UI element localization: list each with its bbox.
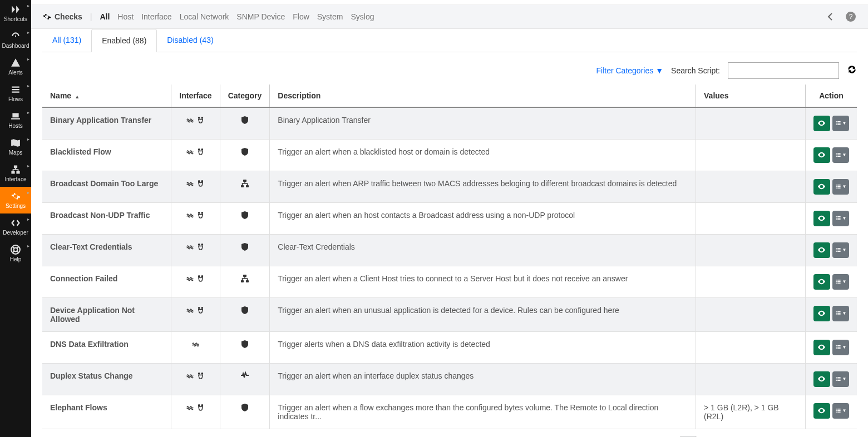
sub-tabs: All (131)Enabled (88)Disabled (43) <box>42 29 857 52</box>
table-row: Blacklisted FlowTrigger an alert when a … <box>42 139 857 171</box>
cell-interface <box>171 363 220 395</box>
filter-label: Filter Categories <box>596 66 654 75</box>
checks-tab-flow[interactable]: Flow <box>293 12 309 21</box>
view-button[interactable] <box>813 371 830 387</box>
shield-icon <box>240 116 249 125</box>
view-button[interactable] <box>813 211 830 226</box>
view-button[interactable] <box>813 116 830 131</box>
cell-name: Device Application Not Allowed <box>42 297 171 331</box>
view-button[interactable] <box>813 403 830 419</box>
shield-icon <box>240 211 249 220</box>
cell-category <box>220 266 270 297</box>
lan-icon <box>186 116 194 124</box>
lan-icon <box>186 371 194 380</box>
sidebar-item-maps[interactable]: ▸Maps <box>0 133 31 160</box>
sidebar: ▸Shortcuts▸Dashboard▸Alerts▸Flows▸Hosts▸… <box>0 0 31 437</box>
caret-down-icon: ▼ <box>842 376 847 381</box>
refresh-button[interactable] <box>847 64 857 76</box>
checks-tab-interface[interactable]: Interface <box>141 12 171 21</box>
cell-action: ▼ <box>805 266 857 297</box>
checks-tab-host[interactable]: Host <box>117 12 134 21</box>
cell-category <box>220 395 270 429</box>
col-name[interactable]: Name▲ <box>42 85 171 107</box>
chevron-right-icon: ▸ <box>27 57 29 62</box>
checks-tab-all[interactable]: All <box>100 12 110 21</box>
caret-down-icon: ▼ <box>842 184 847 189</box>
view-button[interactable] <box>813 306 830 321</box>
sidebar-item-shortcuts[interactable]: ▸Shortcuts <box>0 0 31 27</box>
cell-name: Clear-Text Credentials <box>42 234 171 266</box>
sidebar-item-interface[interactable]: ▸Interface <box>0 160 31 187</box>
sidebar-item-dashboard[interactable]: ▸Dashboard <box>0 27 31 53</box>
cell-name: Broadcast Domain Too Large <box>42 171 171 202</box>
search-label: Search Script: <box>671 66 720 75</box>
action-menu-button[interactable]: ▼ <box>832 403 849 419</box>
sidebar-item-developer[interactable]: ▸Developer <box>0 213 31 240</box>
lan-icon <box>186 306 194 314</box>
view-button[interactable] <box>813 340 830 355</box>
view-button[interactable] <box>813 242 830 258</box>
laptop-icon <box>11 111 21 121</box>
sidebar-item-flows[interactable]: ▸Flows <box>0 80 31 107</box>
col-interface[interactable]: Interface <box>171 85 220 107</box>
action-menu-button[interactable]: ▼ <box>832 340 849 355</box>
checks-tab-local-network[interactable]: Local Network <box>180 12 229 21</box>
sidebar-item-help[interactable]: ▸Help <box>0 240 31 267</box>
checks-title-text: Checks <box>55 12 82 21</box>
col-description[interactable]: Description <box>270 85 696 107</box>
shield-icon <box>240 147 249 156</box>
col-action[interactable]: Action <box>805 85 857 107</box>
cell-category <box>220 139 270 171</box>
cell-description: Trigger an alert when a flow exchanges m… <box>270 395 696 429</box>
action-menu-button[interactable]: ▼ <box>832 306 849 321</box>
cell-interface <box>171 331 220 363</box>
cell-values <box>696 363 806 395</box>
plug-icon <box>196 242 205 251</box>
chevron-right-icon: ▸ <box>27 83 29 88</box>
action-menu-button[interactable]: ▼ <box>832 242 849 258</box>
cell-name: Blacklisted Flow <box>42 139 171 171</box>
action-menu-button[interactable]: ▼ <box>832 371 849 387</box>
col-values[interactable]: Values <box>696 85 806 107</box>
checks-table: Name▲InterfaceCategoryDescriptionValuesA… <box>42 85 857 429</box>
sidebar-item-hosts[interactable]: ▸Hosts <box>0 107 31 133</box>
cell-action: ▼ <box>805 171 857 202</box>
table-row: Binary Application TransferBinary Applic… <box>42 107 857 140</box>
action-menu-button[interactable]: ▼ <box>832 179 849 195</box>
filter-categories-dropdown[interactable]: Filter Categories ▼ <box>596 66 664 75</box>
action-menu-button[interactable]: ▼ <box>832 274 849 290</box>
col-category[interactable]: Category <box>220 85 270 107</box>
view-button[interactable] <box>813 179 830 195</box>
list-icon <box>835 344 841 350</box>
cell-name: DNS Data Exfiltration <box>42 331 171 363</box>
checks-tab-system[interactable]: System <box>317 12 343 21</box>
caret-down-icon: ▼ <box>842 152 847 157</box>
action-menu-button[interactable]: ▼ <box>832 211 849 226</box>
cell-description: Trigger an alert when ARP traffic betwee… <box>270 171 696 202</box>
sub-tab[interactable]: All (131) <box>42 29 91 52</box>
table-row: Elephant FlowsTrigger an alert when a fl… <box>42 395 857 429</box>
shield-icon <box>240 340 249 349</box>
sidebar-item-settings[interactable]: ▸Settings <box>0 187 31 213</box>
checks-tab-snmp-device[interactable]: SNMP Device <box>236 12 285 21</box>
chevron-right-icon: ▸ <box>27 190 29 195</box>
cell-category <box>220 107 270 140</box>
action-menu-button[interactable]: ▼ <box>832 147 849 163</box>
sidebar-item-alerts[interactable]: ▸Alerts <box>0 53 31 80</box>
checks-tab-syslog[interactable]: Syslog <box>351 12 374 21</box>
caret-down-icon: ▼ <box>842 345 847 350</box>
back-button[interactable] <box>825 11 837 23</box>
eye-icon <box>817 214 826 222</box>
sub-tab[interactable]: Enabled (88) <box>91 29 157 52</box>
eye-icon <box>817 277 826 286</box>
view-button[interactable] <box>813 274 830 290</box>
lan-icon <box>186 147 194 156</box>
help-button[interactable]: ? <box>845 11 857 23</box>
cell-action: ▼ <box>805 202 857 234</box>
sub-tab[interactable]: Disabled (43) <box>157 29 223 52</box>
list-icon <box>835 247 841 253</box>
search-input[interactable] <box>728 62 839 79</box>
eye-icon <box>817 246 826 254</box>
action-menu-button[interactable]: ▼ <box>832 116 849 131</box>
view-button[interactable] <box>813 147 830 163</box>
